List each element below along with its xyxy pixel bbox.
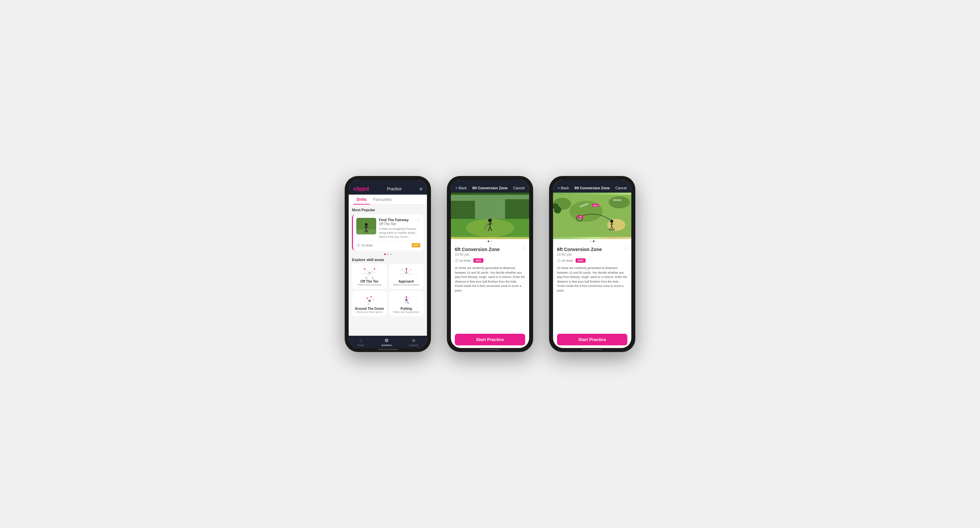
cancel-button[interactable]: Cancel: [616, 186, 627, 190]
phone2-header: < Back 6ft Conversion Zone Cancel: [451, 180, 529, 193]
phone-2-screen: < Back 6ft Conversion Zone Cancel: [451, 180, 529, 348]
app-logo: clippd: [353, 186, 369, 192]
skill-card-putting[interactable]: Putting Make and lag practice: [389, 291, 424, 316]
svg-rect-50: [505, 199, 529, 219]
svg-line-20: [406, 270, 411, 273]
home-icon: ⌂: [359, 338, 362, 343]
svg-point-65: [610, 220, 613, 223]
home-label: Home: [357, 344, 364, 347]
svg-line-9: [369, 269, 375, 273]
phone-3: < Back 6ft Conversion Zone Cancel: [549, 176, 635, 352]
cancel-button[interactable]: Cancel: [513, 186, 525, 190]
start-practice-button[interactable]: Start Practice: [455, 334, 525, 345]
dot-3: [390, 254, 392, 255]
dot-1: [488, 241, 489, 242]
svg-point-2: [365, 223, 368, 226]
svg-rect-49: [451, 201, 475, 219]
back-button[interactable]: < Back: [558, 186, 569, 190]
skill-desc-approach: Dial-in to hit the green: [393, 283, 419, 286]
nav-activities[interactable]: ⚙ Activities: [382, 338, 392, 347]
dot-2: [593, 241, 595, 242]
phone-1-screen: clippd Practice ≡ Drills Favourites Most…: [349, 180, 427, 348]
drill-map: Hit Miss FAIRWAY ROUGH SAND: [553, 193, 631, 239]
skill-card-approach[interactable]: Approach Dial-in to hit the green: [389, 264, 424, 289]
tabs-bar: Drills Favourites: [349, 195, 427, 204]
phone-notch: [477, 176, 503, 179]
phone1-header: clippd Practice ≡: [349, 180, 427, 195]
drill-thumbnail: [356, 218, 376, 234]
featured-drill-card[interactable]: ☆: [352, 215, 424, 251]
skill-desc-putting: Make and lag practice: [393, 311, 419, 313]
drill-meta: 🕐 20 shots ARG: [455, 258, 525, 263]
activities-label: Activities: [382, 344, 392, 347]
drill-content: ☆ 6ft Conversion Zone 10-50 yds 🕐 20 sho…: [553, 243, 631, 330]
drill-yardage: 10-50 yds: [557, 253, 627, 256]
star-icon[interactable]: ☆: [624, 246, 629, 251]
svg-point-25: [410, 269, 411, 270]
skill-name-atg: Around The Green: [355, 307, 384, 311]
nav-home[interactable]: ⌂ Home: [357, 338, 364, 347]
header-title: 6ft Conversion Zone: [473, 186, 508, 190]
svg-line-19: [402, 270, 406, 273]
drill-meta: 🕐 20 shots ARG: [557, 258, 627, 263]
svg-text:Hit: Hit: [579, 216, 582, 218]
skill-card-ott[interactable]: Off The Tee Power and accuracy: [352, 264, 387, 289]
nav-capture[interactable]: ⊕ Capture: [409, 338, 418, 347]
svg-line-11: [369, 273, 373, 278]
skill-name-ott: Off The Tee: [360, 279, 378, 283]
home-indicator: [480, 349, 500, 350]
svg-point-24: [401, 269, 403, 270]
phone-1: clippd Practice ≡ Drills Favourites Most…: [345, 176, 431, 352]
clock-icon: 🕐: [356, 244, 360, 247]
back-button[interactable]: < Back: [455, 186, 467, 190]
tab-drills[interactable]: Drills: [353, 195, 370, 204]
clock-icon: 🕐: [455, 259, 458, 262]
header-title: 6ft Conversion Zone: [574, 186, 610, 190]
shots-count: 🕐 20 shots: [455, 259, 471, 262]
svg-text:ROUGH: ROUGH: [613, 199, 621, 201]
phone3-header: < Back 6ft Conversion Zone Cancel: [553, 180, 631, 193]
header-title: Practice: [387, 187, 401, 191]
svg-point-52: [488, 219, 492, 222]
capture-icon: ⊕: [412, 338, 416, 343]
dot-2: [491, 241, 492, 242]
skill-desc-atg: Hone your short game: [356, 311, 382, 313]
svg-line-67: [610, 224, 613, 225]
shots-count: 🕐 10 shots: [356, 244, 372, 247]
svg-point-15: [374, 268, 375, 270]
svg-line-31: [367, 298, 369, 301]
svg-line-21: [401, 273, 406, 274]
drill-tag: ARG: [473, 258, 484, 263]
phone-2: < Back 6ft Conversion Zone Cancel: [447, 176, 533, 352]
drill-subtitle: Off The Tee: [379, 222, 420, 226]
tab-favourites[interactable]: Favourites: [370, 195, 395, 204]
dot-1: [384, 254, 386, 255]
capture-label: Capture: [409, 344, 418, 347]
svg-point-35: [368, 303, 369, 305]
skill-name-putting: Putting: [401, 307, 412, 311]
drill-image: [451, 193, 529, 239]
scene: clippd Practice ≡ Drills Favourites Most…: [331, 163, 649, 365]
svg-point-16: [366, 277, 367, 279]
svg-point-61: [609, 196, 630, 208]
menu-icon[interactable]: ≡: [420, 186, 422, 191]
skills-grid: Off The Tee Power and accuracy: [352, 264, 424, 316]
most-popular-title: Most Popular: [352, 208, 424, 212]
bottom-nav: ⌂ Home ⚙ Activities ⊕ Capture: [349, 336, 427, 348]
activities-icon: ⚙: [385, 338, 389, 343]
start-practice-button[interactable]: Start Practice: [557, 334, 627, 345]
skill-card-atg[interactable]: Around The Green Hone your short game: [352, 291, 387, 316]
svg-text:SAND: SAND: [609, 228, 615, 231]
skill-name-approach: Approach: [398, 279, 414, 283]
star-icon[interactable]: ☆: [417, 218, 420, 222]
drill-description: 20 shots are randomly generated at dista…: [557, 266, 627, 293]
drill-yardage: 10-50 yds: [455, 253, 525, 256]
carousel-dots: [352, 254, 424, 255]
card-footer: 🕐 10 shots OTT: [356, 241, 420, 247]
drill-description: Create an imaginary fairway using trees …: [379, 227, 420, 239]
star-icon[interactable]: ☆: [522, 246, 527, 251]
skill-desc-ott: Power and accuracy: [357, 283, 381, 286]
svg-point-14: [364, 268, 365, 270]
image-dots: [451, 239, 529, 243]
home-indicator: [378, 349, 398, 350]
